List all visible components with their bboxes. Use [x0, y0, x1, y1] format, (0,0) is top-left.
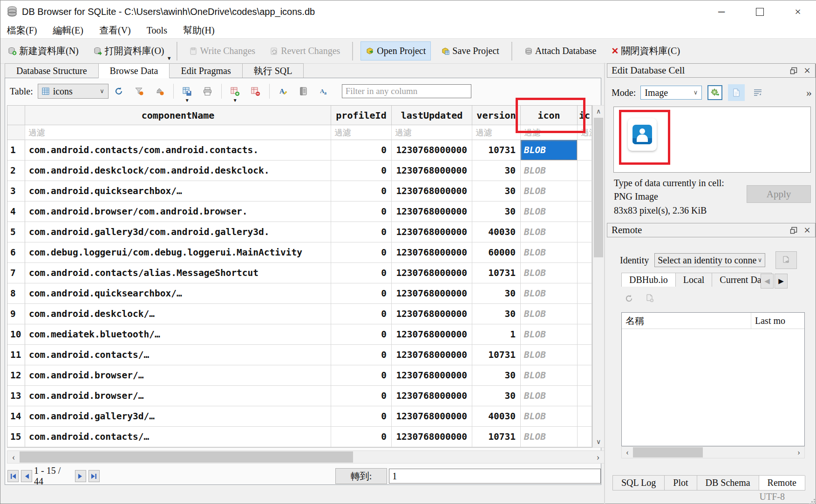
filter-partial[interactable]: 過濾 — [578, 125, 592, 140]
open-database-button[interactable]: 打開資料庫(O) ▼ — [89, 41, 169, 61]
cell-icon[interactable]: BLOB — [521, 263, 578, 283]
cell-extra[interactable] — [578, 181, 592, 202]
tab-db-schema[interactable]: DB Schema — [697, 476, 759, 491]
edit-display-format-button[interactable]: A — [275, 84, 291, 99]
col-header-partial[interactable]: ic — [578, 106, 592, 125]
menu-tools[interactable]: Tools — [147, 25, 167, 36]
cell-extra[interactable] — [578, 283, 592, 304]
cell-icon[interactable]: BLOB — [521, 324, 578, 345]
dictionary-button[interactable] — [296, 84, 312, 99]
scroll-down-button[interactable]: ∨ — [593, 436, 604, 447]
cell-componentName[interactable]: com.android.browser/… — [25, 365, 331, 386]
cell-componentName[interactable]: com.android.quicksearchbox/… — [25, 283, 331, 304]
cell-profileId[interactable]: 0 — [331, 140, 392, 161]
cell-icon[interactable]: BLOB — [521, 140, 578, 161]
cell-icon[interactable]: BLOB — [521, 365, 578, 386]
cell-componentName[interactable]: com.android.gallery3d/… — [25, 406, 331, 427]
tab-local[interactable]: Local — [675, 273, 713, 287]
col-header-icon[interactable]: icon — [521, 106, 578, 125]
remote-clone-db-icon[interactable] — [646, 294, 654, 303]
tab-browse-data[interactable]: Browse Data — [98, 63, 170, 78]
import-data-button[interactable] — [707, 85, 722, 100]
filter-profileId[interactable]: 過濾 — [331, 125, 392, 140]
cell-profileId[interactable]: 0 — [331, 202, 392, 222]
save-project-button[interactable]: Save Project — [436, 42, 504, 60]
cell-componentName[interactable]: com.android.deskclock/com.android.deskcl… — [25, 161, 331, 181]
font-size-button[interactable]: Aa — [316, 84, 332, 99]
remote-horizontal-scrollbar[interactable]: ‹ › — [621, 446, 805, 458]
float-panel-icon[interactable] — [790, 67, 797, 74]
resize-grip-icon[interactable] — [809, 499, 816, 504]
cell-componentName[interactable]: com.android.contacts/com.android.contact… — [25, 140, 331, 161]
col-header-lastUpdated[interactable]: lastUpdated — [392, 106, 472, 125]
close-button[interactable]: × — [784, 0, 812, 23]
scroll-right-button[interactable]: › — [592, 451, 604, 463]
filter-icon[interactable]: 過濾 — [521, 125, 578, 140]
mode-select[interactable]: Image ∨ — [640, 86, 702, 100]
horizontal-scrollbar[interactable]: ‹ › — [7, 450, 605, 464]
insert-record-dropdown-icon[interactable]: ▼ — [233, 98, 238, 103]
cell-extra[interactable] — [578, 263, 592, 283]
apply-button[interactable]: Apply — [747, 185, 811, 203]
save-results-dropdown-icon[interactable]: ▼ — [185, 98, 190, 103]
cell-lastUpdated[interactable]: 1230768000000 — [392, 242, 472, 263]
cell-extra[interactable] — [578, 406, 592, 427]
close-database-button[interactable]: ✕ 關閉資料庫(C) — [606, 41, 685, 61]
identity-select[interactable]: Select an identity to conne ∨ — [654, 253, 765, 267]
attach-database-button[interactable]: Attach Database — [520, 42, 601, 60]
cell-version[interactable]: 1 — [472, 324, 521, 345]
remote-scrollbar-thumb[interactable] — [633, 447, 703, 457]
previous-page-button[interactable] — [21, 470, 32, 482]
cell-icon[interactable]: BLOB — [521, 242, 578, 263]
cell-version[interactable]: 30 — [472, 202, 521, 222]
cell-lastUpdated[interactable]: 1230768000000 — [392, 263, 472, 283]
filter-version[interactable]: 過濾 — [472, 125, 521, 140]
float-panel-icon[interactable] — [790, 227, 797, 234]
tab-dbhub[interactable]: DBHub.io — [621, 273, 676, 287]
scroll-left-button[interactable]: ‹ — [7, 451, 20, 463]
goto-button[interactable]: 轉到: — [335, 468, 387, 484]
cell-lastUpdated[interactable]: 1230768000000 — [392, 202, 472, 222]
revert-changes-button[interactable]: Revert Changes — [265, 42, 345, 60]
close-panel-icon[interactable]: × — [804, 226, 810, 235]
tab-edit-pragmas[interactable]: Edit Pragmas — [169, 63, 242, 78]
cell-lastUpdated[interactable]: 1230768000000 — [392, 427, 472, 447]
cell-profileId[interactable]: 0 — [331, 222, 392, 242]
cell-icon[interactable]: BLOB — [521, 283, 578, 304]
table-select[interactable]: icons ∨ — [38, 84, 109, 99]
cell-icon[interactable]: BLOB — [521, 304, 578, 324]
vertical-scrollbar[interactable]: ∧ ∨ — [592, 105, 605, 448]
cell-profileId[interactable]: 0 — [331, 406, 392, 427]
open-project-button[interactable]: Open Project — [360, 41, 431, 60]
tab-scroll-left-button[interactable]: ◀ — [761, 274, 774, 289]
cell-icon[interactable]: BLOB — [521, 202, 578, 222]
cell-extra[interactable] — [578, 140, 592, 161]
cell-componentName[interactable]: com.debug.loggerui/com.debug.loggerui.Ma… — [25, 242, 331, 263]
cell-lastUpdated[interactable]: 1230768000000 — [392, 304, 472, 324]
cell-lastUpdated[interactable]: 1230768000000 — [392, 161, 472, 181]
cell-version[interactable]: 60000 — [472, 242, 521, 263]
new-database-button[interactable]: 新建資料庫(N) — [3, 41, 83, 61]
cell-componentName[interactable]: com.mediatek.bluetooth/… — [25, 324, 331, 345]
cell-profileId[interactable]: 0 — [331, 345, 392, 365]
col-header-profileId[interactable]: profileId — [331, 106, 392, 125]
cell-extra[interactable] — [578, 386, 592, 406]
scroll-right-button[interactable]: › — [793, 447, 804, 458]
clear-filter-button[interactable] — [152, 84, 168, 99]
cell-version[interactable]: 30 — [472, 365, 521, 386]
cell-version[interactable]: 10731 — [472, 263, 521, 283]
text-view-button[interactable] — [728, 84, 745, 101]
filter-componentName[interactable]: 過濾 — [25, 125, 331, 140]
menu-help[interactable]: 幫助(H) — [183, 24, 215, 37]
cell-lastUpdated[interactable]: 1230768000000 — [392, 222, 472, 242]
cell-componentName[interactable]: com.android.contacts/… — [25, 427, 331, 447]
toolbar-overflow-icon[interactable]: » — [806, 87, 812, 99]
last-page-button[interactable] — [88, 470, 100, 482]
cell-componentName[interactable]: com.android.deskclock/… — [25, 304, 331, 324]
menu-edit[interactable]: 編輯(E) — [53, 24, 83, 37]
cell-componentName[interactable]: com.android.quicksearchbox/… — [25, 181, 331, 202]
cell-extra[interactable] — [578, 242, 592, 263]
print-button[interactable] — [200, 84, 216, 99]
cell-version[interactable]: 30 — [472, 161, 521, 181]
tab-plot[interactable]: Plot — [664, 476, 697, 491]
